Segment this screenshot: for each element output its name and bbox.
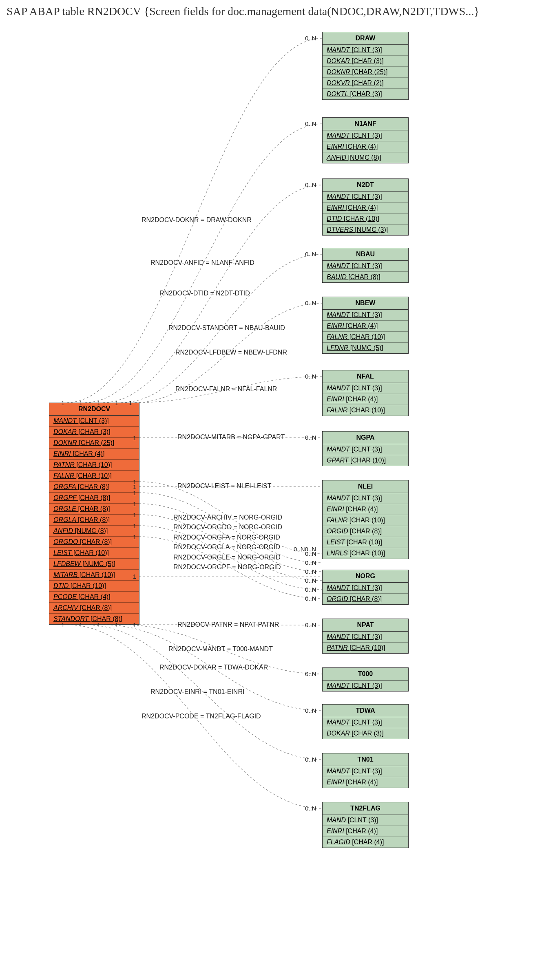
edge-label: RN2DOCV-DTID = N2DT-DTID: [159, 290, 250, 297]
entity-field: EINRI [CHAR (4)]: [323, 504, 408, 515]
entity-field: PATNR [CHAR (10)]: [323, 643, 408, 653]
entity-field: EINRI [CHAR (4)]: [323, 826, 408, 837]
entity-field: ORGLE [CHAR (8)]: [49, 504, 139, 515]
entity-field: BAUID [CHAR (8)]: [323, 272, 408, 282]
entity-field: EINRI [CHAR (4)]: [49, 449, 139, 460]
entity-field: MANDT [CLNT (3)]: [323, 717, 408, 728]
edge-label: RN2DOCV-ORGFA = NORG-ORGID: [173, 534, 280, 541]
edge-label: RN2DOCV-DOKAR = TDWA-DOKAR: [159, 664, 268, 671]
cardinality-label: 1: [115, 621, 118, 628]
entity-field: EINRI [CHAR (4)]: [323, 321, 408, 332]
entity-field: DOKAR [CHAR (3)]: [323, 728, 408, 739]
entity-field: DOKAR [CHAR (3)]: [323, 56, 408, 67]
entity-field: MANDT [CLNT (3)]: [323, 583, 408, 594]
cardinality-label: 0..N: [305, 251, 316, 258]
cardinality-label: 0..N: [305, 568, 316, 575]
entity-nbau: NBAUMANDT [CLNT (3)]BAUID [CHAR (8)]: [322, 248, 409, 283]
entity-field: MANDT [CLNT (3)]: [323, 766, 408, 777]
entity-field: DOKNR [CHAR (25)]: [49, 438, 139, 449]
cardinality-label: 0..N: [305, 120, 316, 127]
entity-field: MANDT [CLNT (3)]: [323, 310, 408, 321]
edge-label: RN2DOCV-STANDORT = NBAU-BAUID: [168, 324, 285, 332]
edge-label: RN2DOCV-PATNR = NPAT-PATNR: [177, 621, 279, 628]
cardinality-label: 1: [133, 573, 136, 580]
cardinality-label: 1: [61, 399, 64, 406]
entity-field: DOKAR [CHAR (3)]: [49, 427, 139, 438]
cardinality-label: 1: [79, 399, 82, 406]
entity-field: FALNR [CHAR (10)]: [323, 405, 408, 416]
cardinality-label: 0..N: [305, 805, 316, 812]
entity-field: MANDT [CLNT (3)]: [323, 680, 408, 691]
edge-label: RN2DOCV-PCODE = TN2FLAG-FLAGID: [142, 713, 261, 720]
entity-n1anf: N1ANFMANDT [CLNT (3)]EINRI [CHAR (4)]ANF…: [322, 117, 409, 163]
entity-field: MANDT [CLNT (3)]: [323, 261, 408, 272]
entity-field: EINRI [CHAR (4)]: [323, 394, 408, 405]
entity-field: MANDT [CLNT (3)]: [323, 383, 408, 394]
entity-field: FLAGID [CHAR (4)]: [323, 837, 408, 848]
entity-field: LFDNR [NUMC (5)]: [323, 343, 408, 353]
edge-label: RN2DOCV-ORGDO = NORG-ORGID: [173, 524, 282, 531]
entity-header: NBAU: [323, 248, 408, 261]
entity-header: T000: [323, 668, 408, 680]
cardinality-label: 0..N: [305, 577, 316, 584]
cardinality-label: 0..N: [305, 35, 316, 42]
cardinality-label: 1: [115, 399, 118, 406]
cardinality-label: 0..N: [305, 621, 316, 628]
edge-label: RN2DOCV-ORGLA = NORG-ORGID: [173, 544, 280, 551]
edge-label: RN2DOCV-ORGLE = NORG-ORGID: [173, 554, 281, 561]
edge-label: RN2DOCV-MANDT = T000-MANDT: [168, 645, 273, 653]
entity-field: ORGID [CHAR (8)]: [323, 526, 408, 537]
entity-header: NPAT: [323, 619, 408, 632]
entity-field: MANDT [CLNT (3)]: [323, 192, 408, 203]
diagram-canvas: RN2DOCVMANDT [CLNT (3)]DOKAR [CHAR (3)]D…: [0, 20, 553, 980]
cardinality-label: 0..N: [305, 181, 316, 188]
entity-header: N1ANF: [323, 118, 408, 130]
entity-field: ORGFA [CHAR (8)]: [49, 482, 139, 493]
entity-header: NGPA: [323, 432, 408, 444]
entity-field: DOKVR [CHAR (2)]: [323, 78, 408, 89]
edge-label: RN2DOCV-FALNR = NFAL-FALNR: [175, 385, 277, 393]
entity-field: GPART [CHAR (10)]: [323, 455, 408, 466]
edge-label: RN2DOCV-ORGPF = NORG-ORGID: [173, 564, 281, 571]
diagram-title: SAP ABAP table RN2DOCV {Screen fields fo…: [0, 0, 553, 20]
entity-nlei: NLEIMANDT [CLNT (3)]EINRI [CHAR (4)]FALN…: [322, 480, 409, 559]
entity-field: LNRLS [CHAR (10)]: [323, 548, 408, 559]
entity-field: LEIST [CHAR (10)]: [49, 548, 139, 559]
cardinality-label: 0..N: [305, 595, 316, 602]
cardinality-label: 0..N: [305, 434, 316, 441]
entity-field: PATNR [CHAR (10)]: [49, 460, 139, 471]
entity-draw: DRAWMANDT [CLNT (3)]DOKAR [CHAR (3)]DOKN…: [322, 32, 409, 100]
cardinality-label: 0..N: [305, 756, 316, 763]
entity-norg: NORGMANDT [CLNT (3)]ORGID [CHAR (8)]: [322, 570, 409, 605]
edge-label: RN2DOCV-LFDBEW = NBEW-LFDNR: [175, 349, 287, 356]
cardinality-label: 1: [133, 434, 136, 441]
entity-field: PCODE [CHAR (4)]: [49, 592, 139, 603]
cardinality-label: 0..N: [305, 586, 316, 593]
entity-field: LEIST [CHAR (10)]: [323, 537, 408, 548]
entity-field: EINRI [CHAR (4)]: [323, 203, 408, 214]
entity-field: MANDT [CLNT (3)]: [323, 130, 408, 141]
cardinality-label: 1: [133, 511, 136, 518]
entity-field: LFDBEW [NUMC (5)]: [49, 559, 139, 570]
entity-field: FALNR [CHAR (10)]: [323, 515, 408, 526]
entity-header: TDWA: [323, 705, 408, 717]
entity-header: DRAW: [323, 32, 408, 45]
cardinality-label: 1: [133, 500, 136, 507]
entity-field: DTID [CHAR (10)]: [323, 214, 408, 225]
entity-field: DTVERS [NUMC (3)]: [323, 225, 408, 235]
edge-label: RN2DOCV-MITARB = NGPA-GPART: [177, 434, 285, 441]
entity-field: MANDT [CLNT (3)]: [49, 416, 139, 427]
entity-tn2flag: TN2FLAGMAND [CLNT (3)]EINRI [CHAR (4)]FL…: [322, 802, 409, 848]
edge-label: RN2DOCV-ARCHIV = NORG-ORGID: [173, 514, 282, 521]
entity-field: DOKTL [CHAR (3)]: [323, 89, 408, 99]
edge-label: RN2DOCV-EINRI = TN01-EINRI: [150, 688, 244, 696]
entity-header: TN2FLAG: [323, 802, 408, 815]
cardinality-label: 0..N: [305, 707, 316, 714]
entity-field: MANDT [CLNT (3)]: [323, 444, 408, 455]
cardinality-label: 1: [133, 533, 136, 540]
entity-header: N2DT: [323, 179, 408, 192]
entity-field: ORGLA [CHAR (8)]: [49, 515, 139, 526]
entity-field: FALNR [CHAR (10)]: [323, 332, 408, 343]
edge-label: RN2DOCV-DOKNR = DRAW-DOKNR: [142, 216, 252, 224]
cardinality-label: 1: [79, 621, 82, 628]
